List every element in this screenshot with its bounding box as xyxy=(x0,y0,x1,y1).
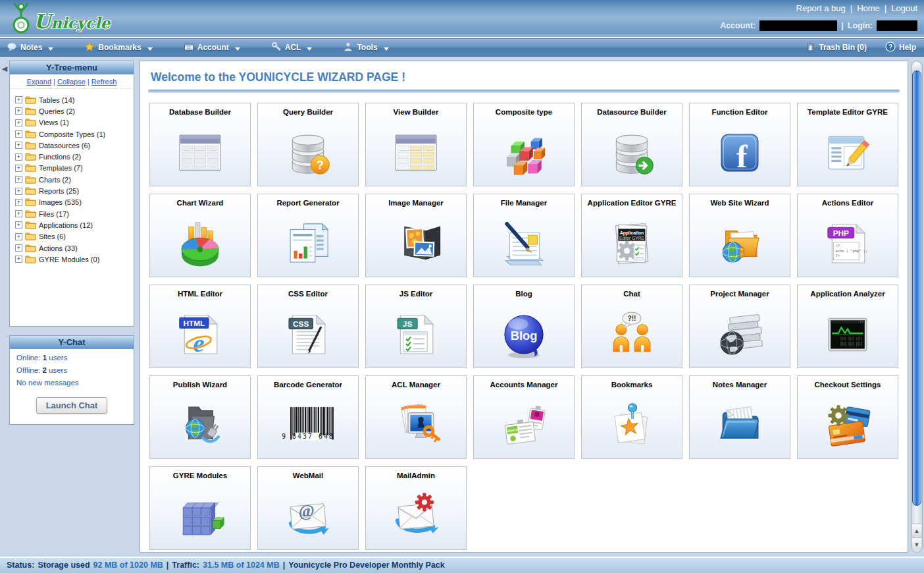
wizard-card-database-builder[interactable]: Database Builder xyxy=(149,103,251,186)
expand-icon[interactable]: + xyxy=(15,165,22,172)
sidebar-collapse-arrow[interactable]: ◀ xyxy=(2,65,7,557)
wizard-card-bookmarks[interactable]: Bookmarks xyxy=(581,375,682,459)
nav-item-acl[interactable]: ACL xyxy=(271,41,313,54)
wizard-card-mailadmin[interactable]: MailAdmin xyxy=(365,466,467,550)
navbar-right: Trash Bin (0)?Help xyxy=(805,41,924,54)
main-scrollbar[interactable]: ▲ ▼ xyxy=(911,61,923,553)
tree-item-files-17[interactable]: +Files (17) xyxy=(11,208,132,219)
wizard-card-publish-wizard[interactable]: Publish Wizard xyxy=(149,375,251,459)
top-link-logout[interactable]: Logout xyxy=(891,3,917,13)
expand-icon[interactable]: + xyxy=(15,210,22,217)
nav-item-help[interactable]: ?Help xyxy=(885,41,916,54)
tree-item-applications-12[interactable]: +Applications (12) xyxy=(11,219,132,231)
wizard-card-notes-manager[interactable]: Notes Manager xyxy=(689,375,790,459)
tree-item-sites-6[interactable]: +Sites (6) xyxy=(11,231,132,242)
top-link-home[interactable]: Home xyxy=(857,3,880,13)
publish-folder-icon xyxy=(150,396,250,455)
tree-item-label: Templates (7) xyxy=(39,164,83,172)
tree-item-views-1[interactable]: +Views (1) xyxy=(11,117,132,128)
tree-item-reports-25[interactable]: +Reports (25) xyxy=(11,185,132,196)
svg-text:<?: <? xyxy=(836,244,840,248)
expand-icon[interactable]: + xyxy=(15,176,22,183)
tree-item-gyre-modules-0[interactable]: +GYRE Modules (0) xyxy=(11,254,132,265)
expand-icon[interactable]: + xyxy=(15,221,22,229)
wizard-card-web-site-wizard[interactable]: Web Site Wizard xyxy=(689,194,790,277)
card-title: JS Editor xyxy=(366,285,466,305)
wizard-card-css-editor[interactable]: CSS EditorCSS xyxy=(257,285,359,368)
tree-item-images-535[interactable]: +Images (535) xyxy=(11,197,132,208)
wizard-card-function-editor[interactable]: Function Editorf xyxy=(689,103,790,186)
scroll-up-button[interactable]: ▲ xyxy=(912,524,921,537)
wizard-card-file-manager[interactable]: File Manager xyxy=(473,194,575,277)
tree-item-datasources-6[interactable]: +Datasources (6) xyxy=(11,140,132,151)
expand-icon[interactable]: + xyxy=(15,233,22,240)
expand-icon[interactable]: + xyxy=(15,244,22,252)
wizard-card-image-manager[interactable]: Image Manager xyxy=(365,194,467,277)
scrollbar-thumb[interactable] xyxy=(912,70,921,506)
tree-item-queries-2[interactable]: +Queries (2) xyxy=(11,105,132,117)
monitor-graph-icon xyxy=(798,305,898,364)
expand-icon[interactable]: + xyxy=(15,107,22,115)
app-gear-doc-icon: ApplicationEditor GYRE xyxy=(582,214,682,273)
wizard-card-actions-editor[interactable]: Actions EditorPHP<?echo ( "php" );?> xyxy=(797,194,898,277)
id-cards-icon: USER ID xyxy=(474,396,574,455)
wizard-card-accounts-manager[interactable]: Accounts ManagerUSER ID xyxy=(473,375,575,459)
wizard-card-composite-type[interactable]: Composite type xyxy=(473,103,575,186)
expand-icon[interactable]: + xyxy=(15,142,22,149)
tree-action-collapse[interactable]: Collapse xyxy=(57,78,86,86)
expand-icon[interactable]: + xyxy=(15,188,22,195)
books-globe-icon xyxy=(690,305,790,364)
younicycle-app: Unicycle Report a bug|Home|Logout Accoun… xyxy=(0,0,924,573)
wizard-card-query-builder[interactable]: Query Builder? xyxy=(257,103,359,186)
expand-icon[interactable]: + xyxy=(15,153,22,161)
wizard-card-gyre-modules[interactable]: GYRE Modules xyxy=(149,466,251,550)
expand-icon[interactable]: + xyxy=(15,130,22,138)
tree-item-label: Views (1) xyxy=(39,119,69,126)
wizard-card-report-generator[interactable]: Report Generator xyxy=(257,194,359,277)
younicycle-logo[interactable]: Unicycle xyxy=(0,0,924,37)
scroll-down-button[interactable]: ▼ xyxy=(912,537,921,551)
top-link-report-a-bug[interactable]: Report a bug xyxy=(796,3,846,13)
tree-item-charts-2[interactable]: +Charts (2) xyxy=(11,174,132,185)
nav-item-tools[interactable]: Tools xyxy=(343,41,388,54)
expand-icon[interactable]: + xyxy=(15,96,22,103)
wizard-card-barcode-generator[interactable]: Barcode Generator9 8437 648 xyxy=(257,375,359,459)
nav-item-notes[interactable]: Notes xyxy=(7,41,53,54)
wizard-card-checkout-settings[interactable]: Checkout Settings xyxy=(797,375,898,459)
tree-item-actions-33[interactable]: +Actions (33) xyxy=(11,242,132,254)
card-title: Actions Editor xyxy=(798,194,898,214)
wizard-card-blog[interactable]: BlogBlog xyxy=(473,285,575,368)
expand-icon[interactable]: + xyxy=(15,119,22,126)
tree-action-expand[interactable]: Expand xyxy=(27,78,51,86)
wizard-card-datasource-builder[interactable]: Datasource Builder xyxy=(581,103,682,186)
wizard-card-acl-manager[interactable]: ACL Manager xyxy=(365,375,467,459)
card-title: Application Analyzer xyxy=(798,285,898,305)
wizard-card-html-editor[interactable]: HTML EditorHTMLe xyxy=(149,285,251,368)
expand-icon[interactable]: + xyxy=(15,199,22,206)
expand-icon[interactable]: + xyxy=(15,256,22,263)
nav-item-account[interactable]: Account xyxy=(184,41,240,54)
wizard-card-template-editor-gyre[interactable]: Template Editor GYRE xyxy=(797,103,898,186)
wizard-card-chat[interactable]: Chat?!! xyxy=(581,285,682,368)
table-grid-icon xyxy=(150,123,250,182)
wizard-card-project-manager[interactable]: Project Manager xyxy=(689,285,790,368)
folder-icon xyxy=(25,140,36,151)
wizard-card-application-analyzer[interactable]: Application Analyzer xyxy=(797,285,898,368)
wizard-card-js-editor[interactable]: JS EditorJS xyxy=(365,285,467,368)
wizard-card-view-builder[interactable]: View Builder xyxy=(365,103,467,186)
launch-chat-button[interactable]: Launch Chat xyxy=(36,397,108,414)
svg-text:?!!: ?!! xyxy=(627,315,636,322)
wizard-card-application-editor-gyre[interactable]: Application Editor GYREApplicationEditor… xyxy=(581,194,682,277)
tree-item-functions-2[interactable]: +Functions (2) xyxy=(11,151,132,162)
tree-item-templates-7[interactable]: +Templates (7) xyxy=(11,163,132,174)
tree-menu-title: Y-Tree-menu xyxy=(10,61,134,74)
wizard-card-webmail[interactable]: WebMail@ xyxy=(257,466,359,550)
offline-count: 2 xyxy=(42,366,46,374)
tree-action-refresh[interactable]: Refresh xyxy=(91,78,117,86)
wizard-card-chart-wizard[interactable]: Chart Wizard xyxy=(149,194,251,277)
nav-item-bookmarks[interactable]: Bookmarks xyxy=(84,41,152,54)
card-title: Application Editor GYRE xyxy=(582,194,682,214)
nav-item-trash-bin-0[interactable]: Trash Bin (0) xyxy=(805,41,867,54)
tree-item-tables-14[interactable]: +Tables (14) xyxy=(11,94,132,105)
tree-item-composite-types-1[interactable]: +Composite Types (1) xyxy=(11,128,132,140)
